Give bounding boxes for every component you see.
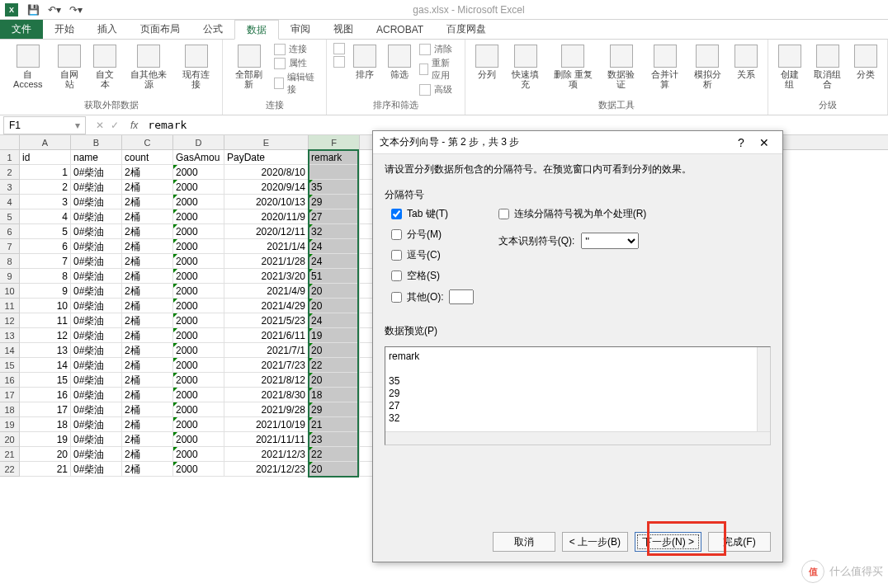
cell[interactable]: 20	[309, 343, 360, 358]
cell[interactable]: 2桶	[122, 402, 173, 417]
cell[interactable]: 0#柴油	[71, 402, 122, 417]
row-header[interactable]: 9	[0, 269, 19, 284]
cell[interactable]: 2021/4/9	[224, 284, 309, 299]
cell[interactable]: 2000	[173, 417, 224, 432]
cell[interactable]: 2021/1/28	[224, 254, 309, 269]
cell[interactable]: 2000	[173, 209, 224, 224]
cell[interactable]: GasAmou	[173, 150, 224, 165]
cell[interactable]: 0#柴油	[71, 180, 122, 195]
delimiter-semicolon[interactable]: 分号(M)	[391, 228, 474, 242]
cell[interactable]: 18	[309, 388, 360, 402]
btn-data-validation[interactable]: 数据验 证	[602, 43, 641, 91]
cell[interactable]: 4	[20, 209, 71, 224]
cell[interactable]: 2桶	[122, 284, 173, 299]
row-header[interactable]: 18	[0, 402, 19, 417]
row-header[interactable]: 2	[0, 165, 19, 180]
cell[interactable]: 29	[309, 402, 360, 417]
row-header[interactable]: 17	[0, 388, 19, 402]
cell[interactable]: 2桶	[122, 224, 173, 239]
btn-from-web[interactable]: 自网站	[54, 43, 85, 91]
tab-data[interactable]: 数据	[234, 20, 279, 40]
btn-from-other[interactable]: 自其他来源	[125, 43, 172, 91]
row-header[interactable]: 7	[0, 239, 19, 254]
row-header[interactable]: 8	[0, 254, 19, 269]
cell[interactable]: 2000	[173, 165, 224, 180]
cell[interactable]: 0#柴油	[71, 254, 122, 269]
back-button[interactable]: < 上一步(B)	[562, 532, 628, 552]
cell[interactable]: 21	[309, 417, 360, 432]
cell[interactable]: 2桶	[122, 299, 173, 313]
cell[interactable]: 2000	[173, 224, 224, 239]
save-icon[interactable]: 💾	[26, 3, 40, 16]
cell[interactable]: 0#柴油	[71, 388, 122, 402]
cell[interactable]: count	[122, 150, 173, 165]
tab-acrobat[interactable]: ACROBAT	[365, 20, 435, 39]
btn-properties[interactable]: 属性	[274, 57, 320, 69]
btn-clear[interactable]: 清除	[419, 43, 458, 55]
cell[interactable]: 32	[309, 224, 360, 239]
cell[interactable]: 0#柴油	[71, 432, 122, 447]
cell[interactable]: 2桶	[122, 358, 173, 373]
cell[interactable]: 2桶	[122, 209, 173, 224]
cell[interactable]: 0#柴油	[71, 373, 122, 388]
select-all-corner[interactable]	[0, 135, 20, 150]
cell[interactable]: 21	[20, 462, 71, 477]
cell[interactable]: 2021/12/3	[224, 447, 309, 462]
cell[interactable]: 15	[20, 373, 71, 388]
cell[interactable]: 2021/7/1	[224, 343, 309, 358]
cell[interactable]: 2000	[173, 313, 224, 328]
cell[interactable]: 29	[309, 195, 360, 209]
btn-text-to-columns[interactable]: 分列	[472, 43, 502, 81]
col-header-D[interactable]: D	[173, 135, 224, 149]
tab-formulas[interactable]: 公式	[191, 20, 234, 39]
cell[interactable]: 22	[309, 447, 360, 462]
col-header-C[interactable]: C	[122, 135, 173, 149]
delimiter-other-input[interactable]	[449, 289, 474, 304]
cell[interactable]: 0#柴油	[71, 462, 122, 477]
cell[interactable]: 2000	[173, 402, 224, 417]
cell[interactable]: 2000	[173, 195, 224, 209]
redo-icon[interactable]: ↷▾	[69, 3, 83, 16]
btn-filter[interactable]: 筛选	[385, 43, 414, 81]
cell[interactable]: 2021/7/23	[224, 358, 309, 373]
cell[interactable]: 2000	[173, 299, 224, 313]
cell[interactable]: 0#柴油	[71, 284, 122, 299]
scrollbar-horizontal[interactable]	[385, 431, 770, 445]
cell[interactable]: 2桶	[122, 313, 173, 328]
btn-group[interactable]: 创建组	[775, 43, 805, 91]
cell[interactable]: 8	[20, 269, 71, 284]
tab-review[interactable]: 审阅	[279, 20, 322, 39]
row-header[interactable]: 21	[0, 447, 19, 462]
row-header[interactable]: 3	[0, 180, 19, 195]
row-header[interactable]: 4	[0, 195, 19, 209]
cell[interactable]: 11	[20, 313, 71, 328]
cell[interactable]: 2桶	[122, 195, 173, 209]
finish-button[interactable]: 完成(F)	[708, 532, 771, 552]
cell[interactable]: 7	[20, 254, 71, 269]
cancel-icon[interactable]: ✕	[96, 120, 104, 131]
cell[interactable]: 17	[20, 402, 71, 417]
help-button[interactable]: ?	[730, 136, 753, 149]
col-header-F[interactable]: F	[309, 135, 360, 149]
cell[interactable]: 2桶	[122, 388, 173, 402]
cell[interactable]: 24	[309, 313, 360, 328]
btn-reapply[interactable]: 重新应用	[419, 57, 458, 82]
row-header[interactable]: 10	[0, 284, 19, 299]
cell[interactable]: 19	[309, 328, 360, 343]
cell[interactable]: 2000	[173, 254, 224, 269]
cell[interactable]: 16	[20, 388, 71, 402]
cell[interactable]: 2021/10/19	[224, 417, 309, 432]
tab-home[interactable]: 开始	[43, 20, 86, 39]
name-box[interactable]: F1▾	[3, 116, 86, 134]
tab-page-layout[interactable]: 页面布局	[129, 20, 191, 39]
cell[interactable]: 51	[309, 269, 360, 284]
tab-file[interactable]: 文件	[0, 20, 43, 39]
cell[interactable]: 2桶	[122, 328, 173, 343]
cell[interactable]: 0#柴油	[71, 343, 122, 358]
cell[interactable]: 2桶	[122, 432, 173, 447]
cell[interactable]: 2021/8/12	[224, 373, 309, 388]
cell[interactable]: 2桶	[122, 180, 173, 195]
cell[interactable]: 2020/8/10	[224, 165, 309, 180]
cell[interactable]: 27	[309, 209, 360, 224]
col-header-A[interactable]: A	[20, 135, 71, 149]
